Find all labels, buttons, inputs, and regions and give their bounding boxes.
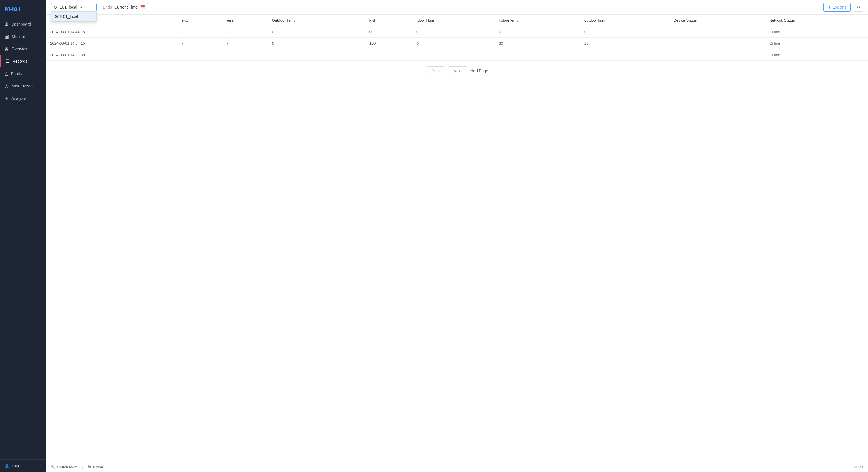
analysis-icon: ⊞ (5, 96, 8, 101)
table-cell: - (223, 38, 268, 49)
table-cell (670, 26, 765, 38)
ilocal-item[interactable]: 🏛 lLocal (88, 465, 103, 469)
switch-mgm-item[interactable]: 🔧 Switch Mgm (51, 465, 78, 469)
table-header-row: err1 err2 Outdoor Temp kwh indoor Hum in… (46, 15, 868, 26)
table-cell: - (178, 26, 223, 38)
table-cell: - (366, 49, 411, 61)
dashboard-icon: ⊞ (5, 21, 8, 27)
table-cell: Online (765, 26, 868, 38)
col-network-status: Network Status (765, 15, 868, 26)
overview-icon: ◉ (5, 46, 9, 52)
sidebar-item-dashboard-label: Dashboard (11, 22, 31, 27)
sidebar-item-overview-label: Overview (11, 46, 28, 51)
table-cell: - (411, 49, 495, 61)
time-filter-label: Ends (103, 5, 112, 9)
app-logo: M-IoT (0, 0, 46, 18)
exports-button[interactable]: ⬇ Exports (824, 3, 851, 11)
sidebar-item-analysis[interactable]: ⊞ Analysis (0, 92, 46, 104)
table-cell: 0 (411, 26, 495, 38)
main-content: GTE01_local ▲ GTE01_local Ends Current T… (46, 0, 868, 472)
table-cell: 30 (495, 38, 580, 49)
sidebar-item-meter-read[interactable]: ◎ Meter Read (0, 80, 46, 92)
col-indoor-hum: indoor Hum (411, 15, 495, 26)
chevron-up-icon: ▲ (80, 5, 83, 9)
bottombar-brand: M-IoT (855, 465, 863, 469)
table-cell: - (580, 49, 670, 61)
table-cell: 2024-08-01 14:33:39 (46, 49, 178, 61)
sidebar-footer: 👤 SJM › (0, 459, 46, 472)
records-icon: ☰ (5, 59, 9, 64)
col-err1: err1 (178, 15, 223, 26)
sidebar-item-faults[interactable]: △ Faults (0, 67, 46, 80)
refresh-icon: ↻ (857, 5, 860, 9)
page-info: No.1Page (470, 68, 488, 73)
table-row: 2024-08-01 14:44:15--00000Online (46, 26, 868, 38)
sidebar-footer-arrow-icon: › (40, 464, 41, 468)
exports-label: Exports (833, 5, 846, 9)
meter-read-icon: ◎ (5, 83, 9, 89)
table-cell: 2024-08-01 14:44:15 (46, 26, 178, 38)
device-select-value: GTE01_local (54, 5, 77, 9)
sidebar-item-monitor[interactable]: ▣ Monitor (0, 30, 46, 43)
device-dropdown-menu: GTE01_local (51, 11, 97, 22)
table-cell: Online (765, 38, 868, 49)
download-icon: ⬇ (828, 5, 831, 9)
col-kwh: kwh (366, 15, 411, 26)
next-button[interactable]: Next (448, 66, 467, 75)
sidebar-item-records-label: Records (12, 59, 27, 64)
user-icon: 👤 (5, 464, 9, 468)
table-cell (670, 49, 765, 61)
table-header: err1 err2 Outdoor Temp kwh indoor Hum in… (46, 15, 868, 26)
table-cell: 0 (268, 26, 366, 38)
ilocal-label: lLocal (93, 465, 103, 469)
table-cell: 100 (366, 38, 411, 49)
table-row: 2024-08-01 14:33:39-------Online (46, 49, 868, 61)
bottombar-divider: | (82, 465, 83, 469)
col-indoor-temp: indoor temp (495, 15, 580, 26)
table-cell: 0 (268, 38, 366, 49)
col-err2: err2 (223, 15, 268, 26)
pagination: Prev Next No.1Page (46, 61, 868, 81)
table-row: 2024-08-01 14:34:15--0100403020Online (46, 38, 868, 49)
sidebar-user[interactable]: 👤 SJM (5, 464, 19, 468)
table-cell: - (223, 26, 268, 38)
sidebar-username: SJM (11, 464, 19, 468)
switch-mgm-label: Switch Mgm (57, 465, 78, 469)
table-cell: 40 (411, 38, 495, 49)
table-cell (670, 38, 765, 49)
prev-button[interactable]: Prev (426, 66, 445, 75)
ilocal-icon: 🏛 (88, 465, 91, 469)
sidebar-item-overview[interactable]: ◉ Overview (0, 43, 46, 55)
time-filter[interactable]: Ends Current Time 📅 (100, 3, 148, 11)
sidebar-item-analysis-label: Analysis (11, 96, 26, 101)
table-cell: 2024-08-01 14:34:15 (46, 38, 178, 49)
device-dropdown-item[interactable]: GTE01_local (51, 11, 96, 21)
device-select[interactable]: GTE01_local ▲ (51, 3, 97, 11)
faults-icon: △ (5, 71, 8, 76)
switch-mgm-icon: 🔧 (51, 465, 55, 469)
calendar-icon: 📅 (140, 5, 145, 9)
refresh-button[interactable]: ↻ (854, 3, 863, 11)
table-cell: 0 (495, 26, 580, 38)
col-outdoor-hum: outdoor hum (580, 15, 670, 26)
col-outdoor-temp: Outdoor Temp (268, 15, 366, 26)
sidebar-item-records[interactable]: ☰ Records (0, 55, 46, 67)
table-cell: - (178, 38, 223, 49)
table-cell: Online (765, 49, 868, 61)
content-area: err1 err2 Outdoor Temp kwh indoor Hum in… (46, 15, 868, 462)
sidebar-item-monitor-label: Monitor (12, 34, 25, 39)
table-cell: - (495, 49, 580, 61)
table-body: 2024-08-01 14:44:15--00000Online2024-08-… (46, 26, 868, 61)
table-cell: - (268, 49, 366, 61)
bottombar-left: 🔧 Switch Mgm | 🏛 lLocal (51, 465, 103, 469)
records-table: err1 err2 Outdoor Temp kwh indoor Hum in… (46, 15, 868, 61)
sidebar: M-IoT ⊞ Dashboard ▣ Monitor ◉ Overview ☰… (0, 0, 46, 472)
topbar: GTE01_local ▲ GTE01_local Ends Current T… (46, 0, 868, 15)
sidebar-nav: ⊞ Dashboard ▣ Monitor ◉ Overview ☰ Recor… (0, 18, 46, 459)
table-cell: 20 (580, 38, 670, 49)
time-filter-value: Current Time (114, 5, 138, 9)
table-cell: 0 (366, 26, 411, 38)
monitor-icon: ▣ (5, 34, 9, 39)
sidebar-item-faults-label: Faults (11, 71, 22, 76)
sidebar-item-dashboard[interactable]: ⊞ Dashboard (0, 18, 46, 30)
